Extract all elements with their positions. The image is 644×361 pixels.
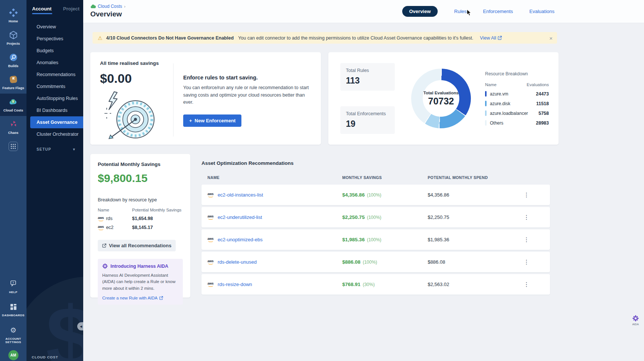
- kebab-menu-icon[interactable]: ⋮: [520, 257, 532, 267]
- tab-evaluations[interactable]: Evaluations: [529, 9, 554, 14]
- recommendations-table-header: NAME MONTHLY SAVINGS POTENTIAL MONTHLY S…: [201, 175, 550, 180]
- view-all-link[interactable]: View All: [480, 35, 502, 41]
- close-icon[interactable]: ×: [549, 35, 553, 41]
- kebab-menu-icon[interactable]: ⋮: [520, 190, 532, 200]
- sidebar-collapse-handle[interactable]: ◀: [77, 322, 83, 330]
- rail-item-chaos[interactable]: Chaos: [0, 116, 26, 138]
- view-all-recommendations-button[interactable]: View all Recommendations: [98, 240, 176, 251]
- potential-spend-value: $2,563.02: [428, 282, 518, 287]
- recommendation-row: awsec2-unoptimized-ebs $1,985.36(100%) $…: [201, 229, 550, 250]
- rail-item-apps[interactable]: [0, 138, 26, 154]
- help-icon: ?: [9, 279, 18, 289]
- governance-stats-card: Total Rules 113 Total Enforcements 19 To…: [328, 52, 559, 145]
- donut-center-label: Total Evaluations: [423, 91, 459, 95]
- asset-optimization-recommendations: Asset Optimization Recommendations NAME …: [201, 154, 550, 298]
- donut-center-value: 70732: [428, 96, 454, 107]
- tab-account[interactable]: Account: [32, 6, 51, 14]
- governance-warning-banner: ⚠ 4/10 Cloud Connectors Do Not Have Gove…: [93, 32, 557, 44]
- monthly-savings-value: $4,356.86(100%): [342, 192, 428, 198]
- module-footer-line1: CLOUD COST: [32, 355, 68, 359]
- breakdown-row: azure.loadbalancer 5758: [485, 110, 549, 116]
- rail-item-cloud-costs[interactable]: $ Cloud Costs: [0, 94, 26, 116]
- page-title: Overview: [90, 10, 125, 18]
- aws-icon: aws: [98, 216, 104, 221]
- sidebar-item-bi-dashboards[interactable]: BI Dashboards: [26, 104, 83, 116]
- tab-rules[interactable]: Rules: [454, 9, 466, 14]
- home-icon: [9, 8, 18, 18]
- setup-label: SETUP: [37, 147, 51, 151]
- potential-spend-value: $2,250.75: [428, 214, 518, 220]
- apps-icon: [9, 142, 18, 151]
- enforce-cta-text: You can enforce/run any rule or rule rec…: [183, 84, 315, 106]
- aida-flower-icon: [102, 263, 108, 269]
- sidebar-item-cluster-orchestrator[interactable]: Cluster Orchestrator: [26, 128, 83, 140]
- total-rules-stat: Total Rules 113: [340, 63, 395, 91]
- warning-icon: ⚠: [98, 35, 103, 41]
- sidebar-item-asset-governance[interactable]: Asset Governance: [30, 116, 83, 128]
- rail-item-projects[interactable]: Projects: [0, 27, 26, 49]
- create-rule-with-aida-link[interactable]: Create a new Rule with AIDA: [102, 296, 178, 300]
- dollar-watermark: $: [26, 277, 83, 361]
- legend-chip-icon: [485, 110, 487, 116]
- breadcrumb-link[interactable]: Cloud Costs: [98, 4, 122, 9]
- rail-item-feature-flags[interactable]: Feature Flags: [0, 71, 26, 94]
- breadcrumb: Cloud Costs ›: [90, 4, 125, 9]
- sidebar-item-anomalies[interactable]: Anomalies: [26, 57, 83, 69]
- potential-spend-value: $886.08: [428, 259, 518, 265]
- tab-enforcements[interactable]: Enforcements: [483, 9, 513, 14]
- sidebar-item-autostopping-rules[interactable]: AutoStopping Rules: [26, 92, 83, 104]
- rail-item-dashboards[interactable]: DASHBOARDS: [0, 298, 26, 321]
- recommendation-row: awsec2-underutilized-list $2,250.75(100%…: [201, 207, 550, 227]
- aws-icon: aws: [207, 237, 213, 242]
- aws-icon: aws: [207, 215, 213, 220]
- all-time-savings-card: All time realised savings $0.00: [90, 52, 321, 145]
- kebab-menu-icon[interactable]: ⋮: [520, 212, 532, 222]
- kebab-menu-icon[interactable]: ⋮: [520, 235, 532, 245]
- avatar[interactable]: AM: [8, 350, 18, 360]
- potential-savings-card: Potential Monthly Savings $9,800.15 Brea…: [90, 154, 190, 298]
- sidebar-nav: OverviewPerspectivesBudgetsAnomaliesReco…: [26, 21, 83, 140]
- tab-project[interactable]: Project: [63, 6, 79, 14]
- kebab-menu-icon[interactable]: ⋮: [520, 279, 532, 289]
- legend-chip-icon: [485, 91, 487, 97]
- recommendation-link[interactable]: ec2-unoptimized-ebs: [218, 237, 263, 242]
- recommendation-link[interactable]: ec2-old-instances-list: [218, 192, 263, 198]
- aida-promo: Introducing Harness AIDA Harness AI Deve…: [98, 259, 183, 305]
- aida-fab-button[interactable]: AIDA: [632, 315, 639, 326]
- header-tabs: OverviewRulesEnforcementsEvaluations: [402, 6, 555, 17]
- rail-item-account-settings[interactable]: ⚙ ACCOUNT SETTINGS: [0, 321, 26, 348]
- recommendation-link[interactable]: ec2-underutilized-list: [218, 214, 262, 220]
- sidebar: $ Account Project OverviewPerspectivesBu…: [26, 0, 83, 361]
- tab-overview[interactable]: Overview: [402, 6, 438, 17]
- chevron-down-icon: ▾: [73, 147, 75, 152]
- legend-chip-icon: [485, 101, 487, 106]
- aws-icon: aws: [207, 192, 213, 197]
- monthly-savings-value: $2,250.75(100%): [342, 214, 428, 220]
- breakdown-row: Others 28983: [485, 120, 549, 126]
- resource-breakdown-rows: azure.vm 24473 azure.disk 11518 azure.lo…: [485, 91, 549, 126]
- rail-item-builds[interactable]: Builds: [0, 49, 26, 72]
- sidebar-item-budgets[interactable]: Budgets: [26, 45, 83, 57]
- total-rules-value: 113: [346, 76, 389, 86]
- sidebar-item-overview[interactable]: Overview: [26, 21, 83, 33]
- resource-type-breakdown: Name Potential Monthly Savings awsrds $1…: [98, 208, 183, 230]
- recommendation-link[interactable]: rds-resize-down: [218, 282, 252, 287]
- recommendations-table-rows: awsec2-old-instances-list $4,356.86(100%…: [201, 185, 550, 295]
- rail-item-help[interactable]: ? HELP: [0, 275, 26, 298]
- recommendation-link[interactable]: rds-delete-unused: [218, 259, 257, 265]
- sidebar-item-perspectives[interactable]: Perspectives: [26, 33, 83, 45]
- all-time-savings-label: All time realised savings: [100, 60, 173, 66]
- breakdown-row: azure.vm 24473: [485, 91, 549, 97]
- card-divider: [173, 63, 173, 136]
- monthly-savings-value: $1,985.36(100%): [342, 237, 428, 242]
- sidebar-setup[interactable]: SETUP ▾: [26, 147, 83, 152]
- svg-text:$: $: [12, 100, 14, 103]
- rail-top-items: Home Projects Builds Feature Flags $ Clo…: [0, 0, 26, 154]
- sidebar-item-commitments[interactable]: Commitments: [26, 81, 83, 92]
- new-enforcement-button[interactable]: + New Enforcement: [183, 114, 241, 127]
- rail-item-home[interactable]: Home: [0, 4, 26, 27]
- banner-bold-text: 4/10 Cloud Connectors Do Not Have Govern…: [106, 35, 234, 41]
- resource-type-row: awsec2 $8,145.17: [98, 225, 183, 230]
- total-enforcements-stat: Total Enforcements 19: [340, 106, 395, 134]
- sidebar-item-recommendations[interactable]: Recommendations: [26, 69, 83, 81]
